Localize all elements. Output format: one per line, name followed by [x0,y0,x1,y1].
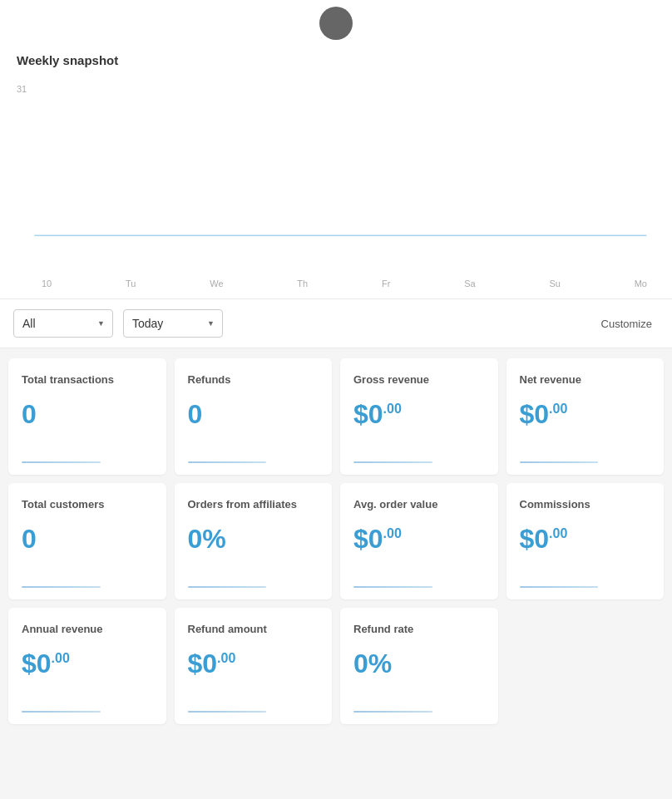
stats-row-2: Total customers 0 Orders from affiliates… [0,483,672,608]
cents-avg: .00 [383,526,402,540]
category-select-wrapper: All Completed Pending Refunded [13,309,113,338]
cents-refund-amount: .00 [217,651,235,665]
time-select-wrapper: Today Yesterday Last 7 days Last 30 days [123,309,223,338]
stat-card-avg-order: Avg. order value $0.00 [340,483,498,599]
stat-label-total-transactions: Total transactions [22,373,114,387]
stat-label-total-customers: Total customers [22,498,104,512]
stat-value-gross-revenue: $0.00 [353,399,402,430]
stat-value-net-revenue: $0.00 [520,399,568,430]
stats-row-3: Annual revenue $0.00 Refund amount $0.00… [0,608,672,732]
chart-title: Weekly snapshot [17,53,655,67]
x-label-tu: Tu [126,279,136,289]
stat-label-refund-amount: Refund amount [188,623,267,637]
stat-label-orders-affiliates: Orders from affiliates [188,498,298,512]
page-header [0,0,672,40]
stat-value-total-customers: 0 [22,524,37,555]
stat-card-total-customers: Total customers 0 [8,483,166,599]
stat-label-gross-revenue: Gross revenue [353,373,429,387]
cents-gross: .00 [383,402,402,416]
stat-underline-annual [22,711,101,713]
stat-card-gross-revenue: Gross revenue $0.00 [340,358,498,475]
stat-underline-gross [353,461,432,463]
stat-label-refunds: Refunds [188,373,231,387]
stat-underline-avg [353,586,432,588]
category-select[interactable]: All Completed Pending Refunded [13,309,113,338]
stat-value-refunds: 0 [188,399,203,430]
x-label-prefix: 10 [42,279,52,289]
stat-card-annual-revenue: Annual revenue $0.00 [8,608,166,724]
cents-net: .00 [549,402,567,416]
x-label-we: We [210,279,223,289]
cents-commissions: .00 [549,526,567,540]
stat-label-commissions: Commissions [520,498,590,512]
x-label-th: Th [297,279,308,289]
stat-card-commissions: Commissions $0.00 [506,483,665,599]
stat-underline [22,461,101,463]
stat-underline-net [520,461,599,463]
stat-value-refund-rate: 0% [353,649,392,679]
stat-underline-refund-rate [353,711,432,713]
chart-area: 31 [17,76,655,275]
stat-card-refunds: Refunds 0 [175,358,333,475]
stat-underline-customers [22,586,101,588]
chart-y-label: 31 [17,84,27,94]
stat-label-net-revenue: Net revenue [520,373,581,387]
cents-annual: .00 [52,651,70,665]
chart-svg [17,92,655,259]
chart-section: Weekly snapshot 31 10 Tu We Th Fr Sa Su … [0,40,672,299]
stat-value-annual-revenue: $0.00 [22,649,70,679]
stat-card-net-revenue: Net revenue $0.00 [506,358,665,475]
x-label-mo: Mo [635,279,647,289]
stat-label-annual-revenue: Annual revenue [22,623,103,637]
stat-card-refund-rate: Refund rate 0% [340,608,498,724]
stat-underline-affiliates [188,586,267,588]
stat-card-total-transactions: Total transactions 0 [8,358,166,475]
stat-card-orders-affiliates: Orders from affiliates 0% [175,483,333,599]
stat-underline-refunds [188,461,267,463]
avatar [319,7,353,40]
stat-label-avg-order: Avg. order value [353,498,437,512]
stat-value-total-transactions: 0 [22,399,37,430]
empty-cell [506,608,665,724]
stat-value-refund-amount: $0.00 [188,649,236,679]
x-label-fr: Fr [382,279,390,289]
stat-underline-commissions [520,586,599,588]
stat-underline-refund-amount [188,711,267,713]
stat-value-orders-affiliates: 0% [188,524,226,555]
customize-button[interactable]: Customize [595,313,659,335]
time-select[interactable]: Today Yesterday Last 7 days Last 30 days [123,309,223,338]
x-label-su: Su [549,279,560,289]
chart-x-labels: 10 Tu We Th Fr Sa Su Mo [17,275,655,298]
stat-value-commissions: $0.00 [520,524,568,555]
stat-value-avg-order: $0.00 [353,524,402,555]
stats-row-1: Total transactions 0 Refunds 0 Gross rev… [0,358,672,483]
x-label-sa: Sa [464,279,475,289]
stat-card-refund-amount: Refund amount $0.00 [175,608,333,724]
stat-label-refund-rate: Refund rate [353,623,413,637]
filters-bar: All Completed Pending Refunded Today Yes… [0,299,672,348]
